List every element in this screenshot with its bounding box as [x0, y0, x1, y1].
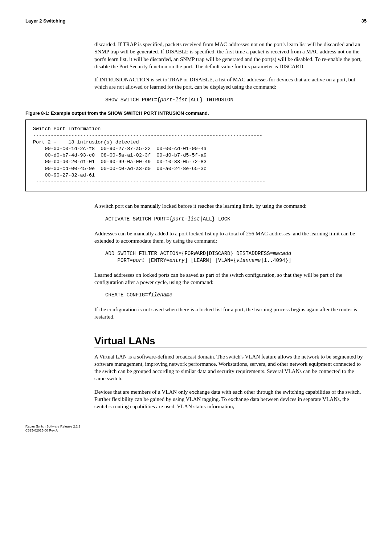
page-footer: Rapier Switch Software Release 2.2.1 C61…: [25, 425, 367, 433]
paragraph-2: If INTRUSIONACTION is set to TRAP or DIS…: [94, 76, 367, 91]
paragraph-5: Learned addresses on locked ports can be…: [94, 271, 367, 286]
paragraph-4: Addresses can be manually added to a por…: [94, 230, 367, 245]
command-activate: ACTIVATE SWITCH PORT={port-list|ALL} LOC…: [105, 216, 367, 223]
paragraph-7: A Virtual LAN is a software-defined broa…: [94, 353, 367, 382]
command-create-config: CREATE CONFIG=filename: [105, 292, 367, 299]
page-header: Layer 2 Switching 35: [25, 18, 367, 26]
footer-line-1: Rapier Switch Software Release 2.2.1: [25, 425, 367, 429]
command-add-filter: ADD SWITCH FILTER ACTION={FORWARD|DISCAR…: [105, 250, 367, 264]
paragraph-3: A switch port can be manually locked bef…: [94, 202, 367, 210]
footer-line-2: C613-02013-00 Rev A: [25, 429, 367, 433]
command-show-switch: SHOW SWITCH PORT={port-list|ALL} INTRUSI…: [105, 97, 367, 104]
figure-caption: Figure 8-1: Example output from the SHOW…: [25, 110, 367, 116]
code-output-box: Switch Port Information ----------------…: [25, 119, 367, 191]
paragraph-6: If the configuration is not saved when t…: [94, 306, 367, 321]
header-left: Layer 2 Switching: [25, 18, 66, 24]
page-number: 35: [362, 18, 367, 24]
paragraph-1: discarded. If TRAP is specified, packets…: [94, 41, 367, 70]
heading-virtual-lans: Virtual LANs: [94, 335, 367, 348]
paragraph-8: Devices that are members of a VLAN only …: [94, 388, 367, 410]
